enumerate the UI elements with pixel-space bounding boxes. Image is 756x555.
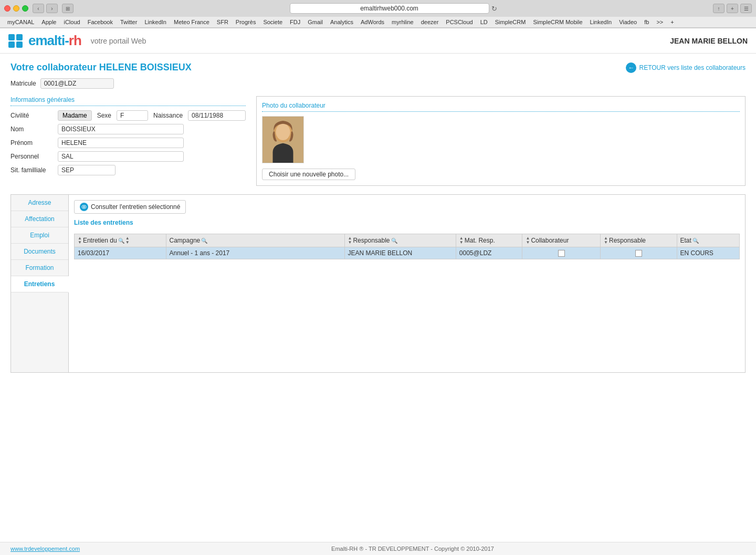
tab-emploi[interactable]: Emploi	[11, 227, 68, 244]
bookmark-viadeo[interactable]: Viadeo	[616, 18, 640, 26]
bookmark-fdj[interactable]: FDJ	[287, 18, 303, 26]
address-bar[interactable]: emaltirhweb000.com	[290, 3, 489, 14]
general-info-title: Informations générales	[10, 96, 246, 106]
forward-nav-button[interactable]: ›	[46, 4, 58, 13]
sort-resp-icon[interactable]: ▲▼	[348, 236, 352, 245]
civilite-button[interactable]: Madame	[58, 110, 92, 121]
prenom-label: Prénom	[10, 139, 58, 146]
refresh-button[interactable]: ↻	[491, 3, 497, 14]
col-header-campagne[interactable]: Campagne 🔍	[166, 234, 344, 247]
sit-fam-row: Sit. familliale	[10, 165, 246, 175]
bookmark-meteo[interactable]: Meteo France	[171, 18, 213, 26]
consult-entretien-button[interactable]: Consulter l'entretien sélectionné	[74, 200, 186, 214]
new-tab-button[interactable]: +	[727, 4, 738, 13]
bookmark-societe[interactable]: Societe	[260, 18, 286, 26]
col-header-responsable2[interactable]: ▲▼ Responsable	[601, 234, 677, 247]
cell-date: 16/03/2017	[75, 247, 166, 259]
personnel-input[interactable]	[58, 151, 184, 162]
sit-fam-input[interactable]	[58, 165, 116, 175]
search-etat-icon[interactable]: 🔍	[692, 238, 699, 244]
col-header-mat-resp[interactable]: ▲▼ Mat. Resp.	[456, 234, 522, 247]
photo-section: Photo du collaborateur	[256, 96, 746, 186]
bookmark-apple[interactable]: Apple	[38, 18, 59, 26]
sexe-label: Sexe	[97, 112, 111, 119]
svg-point-2	[276, 124, 290, 140]
bookmark-gmail[interactable]: Gmail	[304, 18, 326, 26]
sidebar-button[interactable]: ☰	[740, 4, 752, 13]
svg-point-4	[83, 206, 85, 208]
naissance-label: Naissance	[153, 112, 183, 119]
tab-affectation[interactable]: Affectation	[11, 211, 68, 227]
sexe-input[interactable]	[117, 110, 148, 121]
bookmark-add[interactable]: +	[667, 18, 677, 26]
sort-collab-icon[interactable]: ▲▼	[526, 236, 530, 245]
tab-adresse[interactable]: Adresse	[11, 195, 68, 211]
bookmark-fb[interactable]: fb	[641, 18, 652, 26]
sort-mat-icon[interactable]: ▲▼	[459, 236, 464, 245]
page-title: Votre collaborateur HELENE BOISSIEUX	[10, 62, 192, 73]
logo-text: emalti-rh	[28, 33, 81, 49]
sit-fam-label: Sit. familliale	[10, 166, 58, 174]
bookmark-facebook[interactable]: Facebook	[85, 18, 116, 26]
prenom-input[interactable]	[58, 138, 184, 148]
bookmark-myrhline[interactable]: myrhline	[388, 18, 417, 26]
naissance-input[interactable]	[188, 110, 246, 121]
sort-resp2-icon[interactable]: ▲▼	[604, 236, 608, 245]
choose-photo-button[interactable]: Choisir une nouvelle photo...	[262, 169, 355, 180]
cell-mat-resp: 0005@LDZ	[456, 247, 522, 259]
entretiens-tab-content: Consulter l'entretien sélectionné Liste …	[69, 195, 745, 372]
bookmark-mycanal[interactable]: myCANAL	[4, 18, 37, 26]
col-header-responsable[interactable]: ▲▼ Responsable 🔍	[344, 234, 456, 247]
search-resp-icon[interactable]: 🔍	[391, 238, 397, 244]
bookmark-progres[interactable]: Progrès	[233, 18, 259, 26]
eye-icon	[80, 203, 88, 211]
tab-overview-button[interactable]: ⊞	[62, 4, 74, 13]
personnel-row: Personnel	[10, 151, 246, 162]
bookmark-sfr[interactable]: SFR	[214, 18, 232, 26]
share-button[interactable]: ↑	[713, 4, 724, 13]
bookmark-icloud[interactable]: iCloud	[60, 18, 83, 26]
tab-entretiens[interactable]: Entretiens	[11, 276, 69, 292]
search-campagne-icon[interactable]: 🔍	[201, 238, 207, 244]
maximize-button[interactable]	[22, 5, 28, 12]
bookmark-more[interactable]: >>	[653, 18, 666, 26]
bookmark-deezer[interactable]: deezer	[418, 18, 442, 26]
back-nav-button[interactable]: ‹	[33, 4, 44, 13]
bookmark-adwords[interactable]: AdWords	[358, 18, 387, 26]
collaborateur-checkbox[interactable]	[558, 250, 565, 257]
matricule-label: Matricule	[10, 80, 36, 87]
back-to-list-button[interactable]: ← RETOUR vers liste des collaborateurs	[626, 62, 746, 73]
nom-input[interactable]	[58, 124, 184, 134]
close-button[interactable]	[4, 5, 10, 12]
matricule-input[interactable]	[40, 78, 114, 89]
bookmark-analytics[interactable]: Analytics	[327, 18, 356, 26]
cell-campagne: Annuel - 1 ans - 2017	[166, 247, 344, 259]
sort-date-icon2[interactable]: ▲▼	[125, 236, 130, 245]
header-username: JEAN MARIE BELLON	[670, 37, 748, 45]
col-header-date[interactable]: ▲▼ Entretien du 🔍 ▲▼	[75, 234, 166, 247]
collaborator-photo	[262, 116, 304, 163]
responsable2-checkbox[interactable]	[635, 250, 642, 257]
bookmark-ld[interactable]: LD	[477, 18, 491, 26]
bookmark-twitter[interactable]: Twitter	[117, 18, 140, 26]
bookmark-linkedin[interactable]: LinkedIn	[141, 18, 170, 26]
bookmark-simplecrm[interactable]: SimpleCRM	[492, 18, 529, 26]
cell-responsable2[interactable]	[601, 247, 677, 259]
col-header-collaborateur[interactable]: ▲▼ Collaborateur	[522, 234, 601, 247]
bookmark-simplecrm-mobile[interactable]: SimpleCRM Mobile	[530, 18, 585, 26]
tab-formation[interactable]: Formation	[11, 260, 68, 276]
traffic-lights	[4, 5, 28, 12]
sort-date-icon[interactable]: ▲▼	[78, 236, 82, 245]
bookmark-linkedin2[interactable]: LinkedIn	[587, 18, 615, 26]
minimize-button[interactable]	[13, 5, 19, 12]
bookmark-pcscloud[interactable]: PCSCloud	[443, 18, 476, 26]
cell-etat: EN COURS	[677, 247, 739, 259]
app-header: emalti-rh votre portail Web JEAN MARIE B…	[0, 28, 756, 54]
footer-link[interactable]: www.trdeveloppement.com	[10, 546, 80, 547]
col-header-etat[interactable]: Etat 🔍	[677, 234, 739, 247]
table-row[interactable]: 16/03/2017 Annuel - 1 ans - 2017 JEAN MA…	[75, 247, 740, 259]
cell-collaborateur[interactable]	[522, 247, 601, 259]
address-text: emaltirhweb000.com	[360, 5, 418, 12]
tab-documents[interactable]: Documents	[11, 244, 68, 260]
search-date-icon[interactable]: 🔍	[118, 238, 124, 244]
